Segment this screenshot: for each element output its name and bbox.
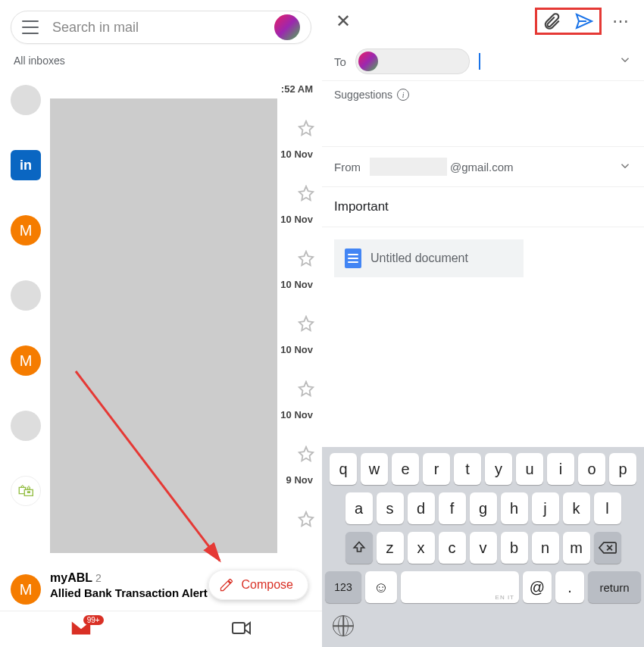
compose-button[interactable]: Compose: [208, 570, 308, 600]
key-k[interactable]: k: [563, 492, 590, 524]
send-icon[interactable]: [574, 12, 595, 30]
expand-recipients-icon[interactable]: [618, 53, 632, 70]
from-chevron-icon[interactable]: [618, 159, 632, 175]
gmail-inbox-pane: Search in mail All inboxes :52 AMin10 No…: [0, 0, 322, 647]
key-v[interactable]: v: [470, 532, 497, 564]
star-icon[interactable]: [298, 120, 314, 136]
meet-tab[interactable]: [231, 620, 252, 639]
shift-key[interactable]: [345, 532, 373, 564]
email-time: 10 Nov: [280, 279, 313, 290]
email-time: 10 Nov: [280, 214, 313, 225]
compose-pane: ✕ ⋯ To Suggestions i From @gmail.com: [322, 0, 644, 647]
email-time: 10 Nov: [280, 409, 313, 420]
sender-avatar: [11, 85, 41, 115]
recipient-chip[interactable]: [355, 48, 470, 74]
key-i[interactable]: i: [547, 453, 574, 485]
attach-icon[interactable]: [542, 11, 561, 31]
key-d[interactable]: d: [408, 492, 435, 524]
sender-avatar: [11, 411, 41, 441]
text-cursor: [479, 53, 480, 70]
from-label: From: [334, 161, 361, 173]
at-key[interactable]: @: [523, 571, 552, 603]
star-icon[interactable]: [298, 380, 314, 397]
all-inboxes-label[interactable]: All inboxes: [14, 55, 322, 67]
key-e[interactable]: e: [392, 453, 419, 485]
email-time: 10 Nov: [280, 344, 313, 355]
search-input[interactable]: Search in mail: [52, 20, 274, 36]
from-address-redacted: [370, 158, 447, 176]
globe-icon[interactable]: [333, 615, 354, 636]
sender-avatar: M: [11, 215, 41, 245]
hamburger-menu-icon[interactable]: [22, 20, 39, 34]
to-field[interactable]: To: [322, 42, 644, 81]
key-y[interactable]: y: [485, 453, 512, 485]
key-x[interactable]: x: [408, 532, 435, 564]
more-icon[interactable]: ⋯: [608, 11, 635, 31]
key-s[interactable]: s: [377, 492, 404, 524]
close-icon[interactable]: ✕: [331, 6, 355, 36]
virtual-keyboard: qwertyuiop asdfghjkl zxcvbnm 123 ☺ EN IT…: [322, 447, 644, 647]
suggestions-row: Suggestions i: [322, 81, 644, 146]
key-o[interactable]: o: [578, 453, 605, 485]
key-m[interactable]: m: [563, 532, 590, 564]
numeric-key[interactable]: 123: [325, 571, 361, 603]
return-key[interactable]: return: [588, 571, 641, 603]
key-p[interactable]: p: [609, 453, 636, 485]
annotation-highlight: [535, 8, 602, 35]
search-bar[interactable]: Search in mail: [11, 11, 311, 44]
unread-badge: 99+: [83, 615, 104, 625]
star-icon[interactable]: [298, 250, 314, 267]
key-g[interactable]: g: [470, 492, 497, 524]
star-icon[interactable]: [298, 445, 314, 462]
sender-avatar: M: [11, 574, 41, 605]
mail-tab[interactable]: 99+: [70, 620, 92, 639]
attachment-name: Untitled document: [370, 252, 468, 265]
key-z[interactable]: z: [377, 532, 404, 564]
key-j[interactable]: j: [532, 492, 559, 524]
recipient-avatar: [358, 52, 378, 71]
sender-avatar: in: [11, 150, 41, 180]
svg-rect-1: [233, 623, 245, 633]
recipient-name-redacted: [383, 56, 458, 67]
key-l[interactable]: l: [594, 492, 621, 524]
key-n[interactable]: n: [532, 532, 559, 564]
from-domain: @gmail.com: [450, 161, 514, 173]
compose-header: ✕ ⋯: [322, 0, 644, 42]
key-h[interactable]: h: [501, 492, 528, 524]
key-r[interactable]: r: [423, 453, 450, 485]
sender-avatar: M: [11, 345, 41, 376]
period-key[interactable]: .: [555, 571, 584, 603]
sender-name: myABL: [50, 571, 92, 584]
email-subject: Allied Bank Transaction Alert: [50, 586, 208, 599]
sender-avatar: [11, 280, 41, 311]
key-f[interactable]: f: [439, 492, 466, 524]
key-u[interactable]: u: [516, 453, 543, 485]
email-time: 9 Nov: [286, 474, 313, 486]
compose-label: Compose: [242, 578, 293, 592]
thread-count: 2: [95, 572, 102, 584]
key-w[interactable]: w: [361, 453, 388, 485]
sender-avatar: 🛍: [11, 476, 41, 506]
emoji-key[interactable]: ☺: [365, 571, 397, 603]
docs-icon: [345, 248, 361, 268]
star-icon[interactable]: [298, 185, 314, 202]
key-t[interactable]: t: [454, 453, 481, 485]
bottom-nav: 99+: [0, 611, 322, 647]
key-a[interactable]: a: [345, 492, 373, 524]
from-field[interactable]: From @gmail.com: [322, 146, 644, 187]
email-time: 10 Nov: [280, 148, 313, 160]
spacebar-key[interactable]: EN IT: [401, 571, 519, 603]
email-time: :52 AM: [281, 83, 313, 95]
key-b[interactable]: b: [501, 532, 528, 564]
star-icon[interactable]: [298, 511, 314, 527]
to-label: To: [334, 55, 346, 68]
backspace-key[interactable]: [594, 532, 621, 564]
attachment-chip[interactable]: Untitled document: [334, 239, 524, 277]
key-c[interactable]: c: [439, 532, 466, 564]
key-q[interactable]: q: [330, 453, 357, 485]
star-icon[interactable]: [298, 315, 314, 332]
subject-field[interactable]: Important: [322, 187, 644, 227]
account-avatar[interactable]: [274, 14, 300, 40]
info-icon[interactable]: i: [397, 89, 409, 101]
suggestions-label: Suggestions: [334, 89, 392, 101]
